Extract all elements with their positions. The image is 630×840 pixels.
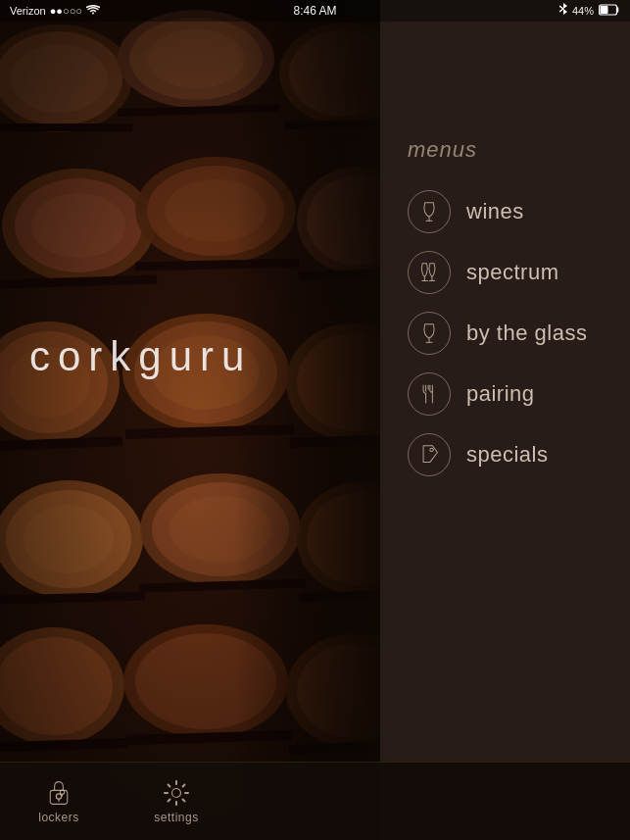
svg-rect-61 (0, 0, 392, 840)
menu-items-list: wines spectrum (408, 190, 630, 840)
menus-label: menus (408, 137, 630, 163)
tag-icon (418, 444, 440, 466)
spectrum-label: spectrum (466, 260, 558, 285)
battery-icon (599, 4, 620, 18)
status-time: 8:46 AM (293, 4, 336, 18)
carrier-text: Verizon (10, 5, 46, 17)
menu-item-pairing[interactable]: pairing (408, 372, 630, 416)
svg-point-79 (172, 788, 181, 797)
right-panel: menus wines (380, 0, 630, 840)
bottom-bar: lockers settings (0, 762, 630, 840)
wines-label: wines (466, 199, 524, 224)
menu-item-specials[interactable]: specials (408, 433, 630, 476)
wine-glass-icon (418, 201, 440, 222)
fork-knife-icon (418, 383, 440, 405)
status-left: Verizon ●●○○○ (10, 5, 100, 17)
specials-label: specials (466, 442, 548, 468)
svg-rect-5 (601, 6, 608, 14)
svg-point-73 (430, 448, 433, 451)
svg-marker-1 (563, 9, 567, 15)
battery-text: 44% (572, 5, 594, 17)
pairing-icon-circle (408, 372, 451, 416)
spectrum-icon-circle (408, 251, 451, 294)
svg-line-3 (559, 9, 563, 12)
lockers-label: lockers (38, 811, 79, 824)
by-the-glass-icon-circle (408, 312, 451, 355)
svg-marker-0 (563, 3, 567, 9)
bottom-item-settings[interactable]: settings (118, 769, 235, 834)
status-bar: Verizon ●●○○○ 8:46 AM 44% (0, 0, 630, 22)
signal-dots: ●●○○○ (50, 5, 82, 17)
lock-icon (45, 779, 73, 807)
menu-item-spectrum[interactable]: spectrum (408, 251, 630, 294)
settings-label: settings (154, 811, 198, 824)
bluetooth-icon (559, 3, 567, 19)
menu-item-wines[interactable]: wines (408, 190, 630, 233)
gear-icon (163, 779, 190, 807)
specials-icon-circle (408, 433, 451, 476)
spectrum-glass-icon (418, 262, 440, 283)
by-the-glass-label: by the glass (466, 321, 587, 346)
svg-point-75 (56, 793, 61, 798)
wines-icon-circle (408, 190, 451, 233)
single-glass-icon (418, 322, 440, 344)
menu-item-by-the-glass[interactable]: by the glass (408, 312, 630, 355)
status-right: 44% (559, 3, 620, 19)
app-title: corkguru (29, 333, 252, 380)
bottom-item-lockers[interactable]: lockers (0, 769, 118, 834)
cork-background (0, 0, 392, 840)
wifi-icon (86, 5, 100, 17)
pairing-label: pairing (466, 381, 535, 407)
